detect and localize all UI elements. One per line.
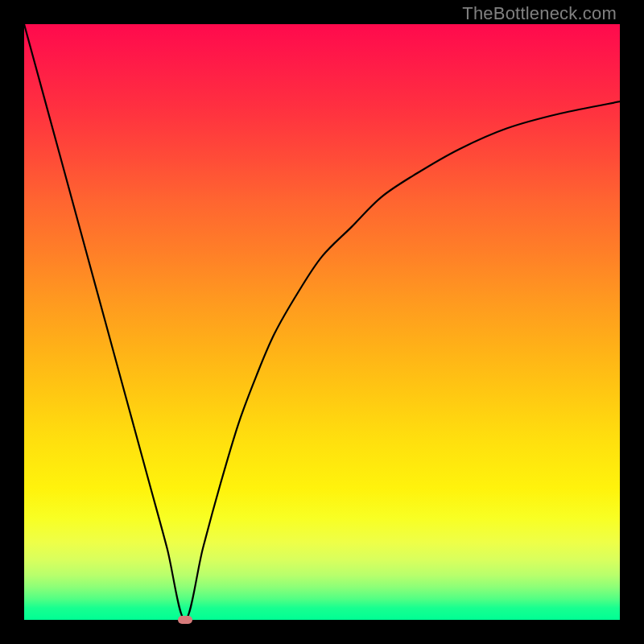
minimum-marker [178,616,192,624]
chart-frame: TheBottleneck.com [0,0,644,644]
bottleneck-curve [24,24,620,620]
plot-area [24,24,620,620]
watermark-text: TheBottleneck.com [462,3,617,24]
